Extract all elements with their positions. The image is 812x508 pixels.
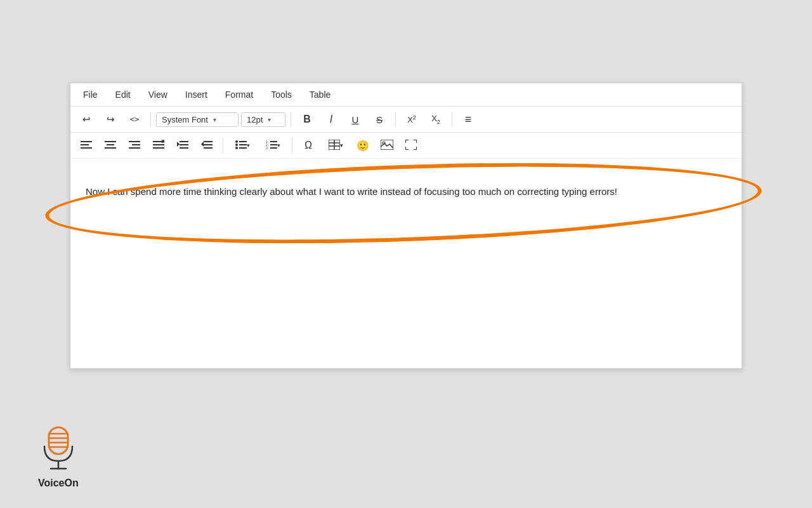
svg-rect-16 (180, 147, 188, 149)
align-right-icon (129, 140, 140, 152)
oval-highlight (44, 152, 763, 253)
image-button[interactable] (376, 135, 398, 156)
svg-rect-3 (105, 141, 116, 142)
font-size-label: 12pt (247, 115, 263, 124)
menu-bar: File Edit View Insert Format Tools Table (70, 83, 742, 107)
svg-marker-21 (201, 142, 204, 147)
svg-point-26 (235, 147, 238, 149)
align-center-button[interactable] (100, 135, 121, 156)
indent-icon (177, 140, 188, 152)
bold-icon: B (303, 114, 311, 125)
strikethrough-icon: S (376, 114, 383, 125)
italic-button[interactable]: I (320, 109, 342, 130)
omega-icon: Ω (304, 140, 312, 151)
svg-rect-27 (239, 147, 247, 149)
menu-format[interactable]: Format (223, 88, 256, 101)
special-char-button[interactable]: Ω (298, 135, 319, 156)
menu-file[interactable]: File (81, 88, 100, 101)
unordered-list-icon (235, 140, 247, 152)
unordered-list-dropdown-arrow: ▾ (247, 142, 250, 149)
outdent-button[interactable] (196, 135, 218, 156)
editor-content-area[interactable]: Now I can spend more time thinking clear… (70, 159, 742, 368)
svg-rect-6 (129, 141, 140, 142)
align-justify-x-button[interactable] (148, 135, 169, 156)
align-left-icon (81, 140, 92, 152)
align-right-button[interactable] (124, 135, 145, 156)
menu-table[interactable]: Table (307, 88, 333, 101)
redo-button[interactable]: ↪ (100, 109, 121, 130)
font-family-select[interactable]: System Font ▾ (156, 112, 239, 127)
font-dropdown-arrow: ▾ (213, 116, 216, 123)
separator-6 (292, 138, 292, 153)
code-button[interactable]: <> (124, 109, 145, 130)
font-size-select[interactable]: 12pt ▾ (241, 112, 285, 127)
svg-rect-0 (81, 141, 92, 142)
editor-text[interactable]: Now I can spend more time thinking clear… (86, 184, 657, 199)
menu-view[interactable]: View (146, 88, 170, 101)
subscript-icon: X2 (431, 114, 440, 125)
toolbar-row-2: ▾ 1. 2. 3. ▾ Ω (70, 133, 742, 159)
svg-marker-17 (177, 142, 180, 147)
emoji-button[interactable]: 🙂 (352, 135, 374, 156)
separator-1 (150, 112, 151, 127)
fullscreen-button[interactable] (400, 135, 422, 156)
editor-wrapper: File Edit View Insert Format Tools Table… (70, 83, 742, 369)
voiceon-label: VoiceOn (38, 478, 79, 489)
separator-4 (452, 112, 452, 127)
voiceon-logo: VoiceOn (38, 424, 79, 489)
emoji-icon: 🙂 (357, 140, 369, 152)
svg-rect-40 (49, 427, 68, 454)
ordered-list-button[interactable]: 1. 2. 3. ▾ (259, 135, 287, 156)
align-justify-x-icon (153, 140, 164, 152)
svg-point-24 (235, 144, 238, 146)
svg-rect-25 (239, 144, 247, 145)
svg-rect-23 (239, 141, 247, 142)
strikethrough-button[interactable]: S (369, 109, 390, 130)
subscript-button[interactable]: X2 (425, 109, 447, 130)
image-icon (381, 140, 393, 152)
code-icon: <> (130, 115, 139, 124)
menu-tools[interactable]: Tools (268, 88, 294, 101)
svg-rect-8 (129, 147, 140, 149)
more-button[interactable]: ≡ (457, 109, 479, 130)
italic-icon: I (330, 114, 332, 125)
svg-text:3.: 3. (266, 146, 268, 150)
superscript-icon: X2 (407, 114, 416, 124)
svg-rect-1 (81, 144, 89, 145)
indent-button[interactable] (172, 135, 193, 156)
svg-rect-5 (105, 147, 116, 149)
microphone-icon (39, 424, 77, 475)
separator-5 (223, 138, 223, 153)
align-center-icon (105, 140, 116, 152)
svg-rect-33 (270, 147, 277, 149)
svg-rect-4 (107, 144, 114, 145)
font-name-label: System Font (162, 115, 208, 124)
outdent-icon (201, 140, 213, 152)
unordered-list-button[interactable]: ▾ (228, 135, 256, 156)
table-dropdown-arrow: ▾ (340, 142, 343, 149)
bold-button[interactable]: B (296, 109, 318, 130)
more-icon: ≡ (465, 113, 472, 126)
svg-point-22 (235, 140, 238, 143)
svg-rect-15 (180, 144, 188, 145)
svg-rect-10 (153, 144, 164, 145)
svg-rect-18 (204, 141, 213, 142)
undo-icon: ↩ (82, 114, 91, 125)
ordered-list-icon: 1. 2. 3. (266, 140, 277, 152)
svg-rect-11 (153, 147, 164, 149)
toolbar-row-1: ↩ ↪ <> System Font ▾ 12pt ▾ B I (70, 107, 742, 133)
ordered-list-dropdown-arrow: ▾ (277, 142, 280, 149)
svg-rect-7 (132, 144, 140, 145)
fullscreen-icon (405, 140, 417, 152)
table-icon (329, 140, 340, 152)
underline-icon: U (352, 114, 359, 125)
superscript-button[interactable]: X2 (401, 109, 422, 130)
underline-button[interactable]: U (344, 109, 366, 130)
undo-button[interactable]: ↩ (75, 109, 97, 130)
menu-insert[interactable]: Insert (183, 88, 210, 101)
align-left-button[interactable] (75, 135, 97, 156)
menu-edit[interactable]: Edit (113, 88, 133, 101)
separator-2 (291, 112, 291, 127)
table-button[interactable]: ▾ (322, 135, 350, 156)
page-background: File Edit View Insert Format Tools Table… (0, 0, 812, 508)
